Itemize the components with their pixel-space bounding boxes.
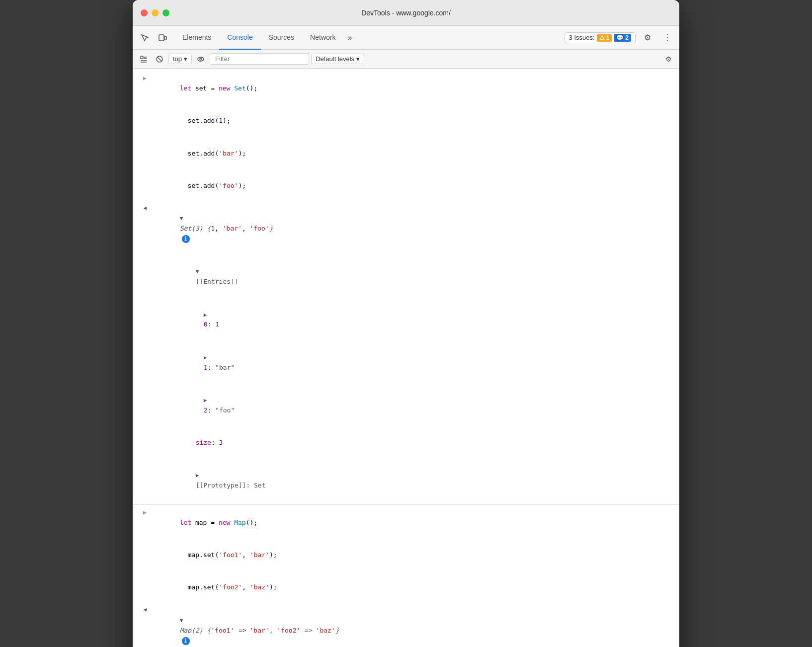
warn-badge: ⚠ 1 [597,34,612,42]
more-tabs-button[interactable]: » [343,33,356,42]
issues-badge[interactable]: 3 Issues: ⚠ 1 💬 2 [565,32,636,43]
tab-console[interactable]: Console [219,26,260,50]
tab-elements[interactable]: Elements [174,26,219,50]
eye-icon-button[interactable] [194,52,208,66]
console-settings-button[interactable]: ⚙ [661,52,675,66]
divider-1 [133,504,679,505]
console-toolbar: top ▾ Default levels ▾ ⚙ [133,50,679,69]
prototype-triangle[interactable]: ▶ [196,472,199,479]
console-continuation-3: set.add('foo'); [133,170,679,202]
traffic-lights [141,9,169,16]
tab-network[interactable]: Network [302,26,343,50]
window-title: DevTools - www.google.com/ [361,9,451,17]
console-output-set: ◀ ▼ Set(3) {1, 'bar', 'foo'} i [133,203,679,256]
console-body: ▶ let set = new Set(); set.add(1); set.a… [133,69,679,647]
more-options-button[interactable]: ⋮ [659,30,675,46]
svg-line-8 [158,57,162,61]
console-size: size: 3 [133,427,679,459]
svg-point-9 [198,57,204,61]
svg-rect-1 [164,36,166,40]
settings-button[interactable]: ⚙ [640,30,655,46]
collapse-map-icon[interactable]: ◀ [143,605,147,614]
console-continuation-2: set.add('bar'); [133,138,679,170]
console-continuation-1: set.add(1); [133,105,679,137]
info-badge: 💬 2 [614,34,631,42]
toolbar-left-icons [137,30,170,46]
expand-icon[interactable]: ▶ [143,74,147,83]
set-expand-triangle[interactable]: ▼ [180,215,183,222]
console-prototype: ▶ [[Prototype]]: Set [133,460,679,502]
device-toggle-button[interactable] [155,30,170,46]
entries-triangle[interactable]: ▼ [196,268,199,275]
map-expand-triangle[interactable]: ▼ [180,617,183,624]
maximize-button[interactable] [162,9,169,16]
svg-rect-2 [141,56,143,59]
entry-2-triangle[interactable]: ▶ [204,397,207,404]
console-output-map: ◀ ▼ Map(2) {'foo1' => 'bar', 'foo2' => '… [133,604,679,647]
context-label: top [173,55,182,63]
console-input-line-2: ▶ let map = new Map(); [133,507,679,539]
console-entries-header: ▼ [[Entries]] [133,256,679,299]
console-map-cont-2: map.set('foo2', 'baz'); [133,572,679,604]
console-map-cont-1: map.set('foo1', 'bar'); [133,539,679,571]
entry-0-triangle[interactable]: ▶ [204,312,207,318]
context-selector[interactable]: top ▾ [168,54,192,64]
tab-sources[interactable]: Sources [261,26,302,50]
minimize-button[interactable] [152,9,159,16]
entry-1-triangle[interactable]: ▶ [204,354,207,361]
filter-input[interactable] [210,53,309,65]
clear-console-button[interactable] [137,52,151,66]
issues-label: 3 Issues: [569,34,595,41]
tab-bar: Elements Console Sources Network » 3 Iss… [133,26,679,50]
inspect-button[interactable] [137,30,153,46]
devtools-window: DevTools - www.google.com/ Elements Cons [133,0,679,647]
console-entry-2: ▶ 2: "foo" [133,384,679,427]
map-info-icon[interactable]: i [182,637,190,645]
set-info-icon[interactable]: i [182,235,190,243]
levels-dropdown[interactable]: Default levels ▾ [311,54,364,64]
toolbar-right: 3 Issues: ⚠ 1 💬 2 ⚙ ⋮ [565,30,675,46]
svg-rect-0 [159,35,164,41]
expand-icon-2[interactable]: ▶ [143,508,147,517]
console-input-line-1: ▶ let set = new Set(); [133,73,679,105]
titlebar: DevTools - www.google.com/ [133,0,679,26]
context-dropdown-icon: ▾ [184,55,187,63]
collapse-set-icon[interactable]: ◀ [143,204,147,213]
block-icon-button[interactable] [153,52,166,66]
levels-label: Default levels [316,55,354,63]
levels-dropdown-icon: ▾ [356,55,360,63]
console-entry-0: ▶ 0: 1 [133,299,679,341]
tabs-list: Elements Console Sources Network » [174,26,565,50]
svg-point-10 [200,58,202,60]
console-entry-1: ▶ 1: "bar" [133,341,679,384]
close-button[interactable] [141,9,148,16]
